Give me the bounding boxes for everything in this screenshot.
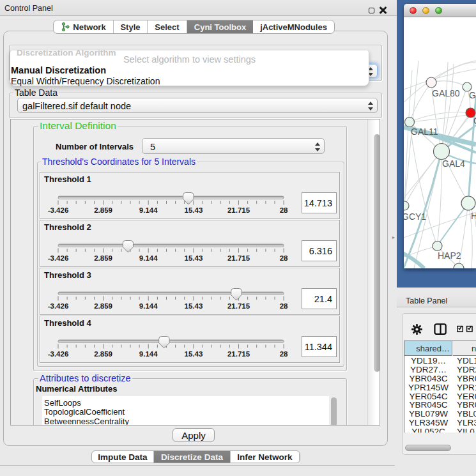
svg-text:9.144: 9.144 bbox=[139, 206, 158, 214]
svg-text:GA: GA bbox=[469, 90, 476, 100]
svg-text:H: H bbox=[471, 211, 476, 221]
svg-text:21.715: 21.715 bbox=[227, 302, 250, 310]
svg-text:GAL11: GAL11 bbox=[411, 127, 438, 137]
svg-text:28: 28 bbox=[280, 302, 288, 310]
svg-text:21.715: 21.715 bbox=[227, 254, 250, 262]
svg-text:-3.426: -3.426 bbox=[48, 206, 69, 214]
svg-text:HAP2: HAP2 bbox=[438, 250, 461, 261]
svg-text:28: 28 bbox=[280, 206, 288, 214]
svg-text:28: 28 bbox=[280, 350, 288, 358]
svg-text:15.43: 15.43 bbox=[185, 206, 203, 214]
svg-text:15.43: 15.43 bbox=[185, 350, 203, 358]
svg-text:9.144: 9.144 bbox=[139, 302, 158, 310]
svg-text:15.43: 15.43 bbox=[185, 254, 203, 262]
svg-text:9.144: 9.144 bbox=[139, 254, 158, 262]
svg-text:15.43: 15.43 bbox=[185, 302, 203, 310]
svg-text:GAL4: GAL4 bbox=[442, 158, 465, 169]
svg-text:C: C bbox=[473, 116, 476, 126]
svg-text:2.859: 2.859 bbox=[94, 254, 112, 262]
svg-text:GAL80: GAL80 bbox=[432, 88, 460, 98]
svg-text:2.859: 2.859 bbox=[94, 350, 112, 358]
svg-text:2.859: 2.859 bbox=[94, 206, 112, 214]
svg-text:28: 28 bbox=[280, 254, 288, 262]
svg-text:-3.426: -3.426 bbox=[48, 302, 69, 310]
svg-text:-3.426: -3.426 bbox=[48, 350, 69, 358]
svg-text:21.715: 21.715 bbox=[227, 206, 250, 214]
svg-text:-3.426: -3.426 bbox=[48, 254, 69, 262]
svg-text:2.859: 2.859 bbox=[94, 302, 112, 310]
svg-text:9.144: 9.144 bbox=[139, 350, 158, 358]
svg-text:GCY1: GCY1 bbox=[404, 211, 426, 222]
svg-text:21.715: 21.715 bbox=[227, 350, 250, 358]
